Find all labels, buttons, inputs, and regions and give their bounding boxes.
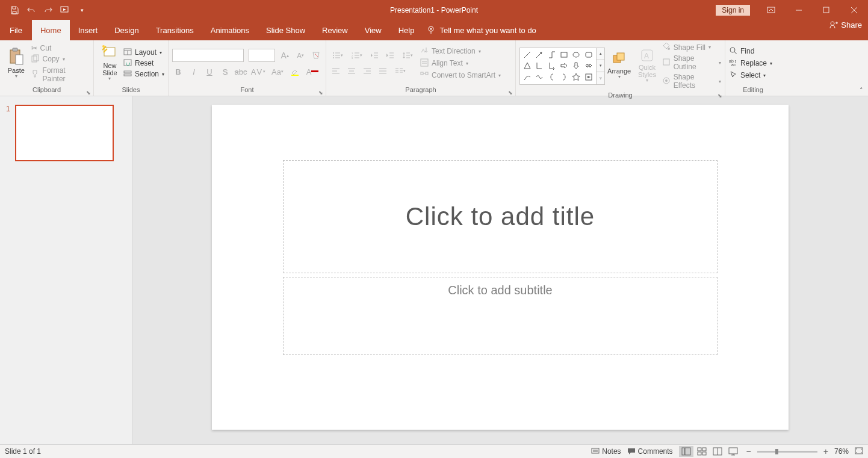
- shape-bracket-left-icon[interactable]: [546, 72, 558, 83]
- zoom-slider-thumb[interactable]: [775, 449, 778, 454]
- shape-star-icon[interactable]: [570, 72, 582, 83]
- shape-triangle-icon[interactable]: [521, 60, 533, 72]
- maximize-icon[interactable]: [813, 0, 840, 20]
- shape-outline-button[interactable]: Shape Outline▾: [662, 54, 721, 72]
- align-text-button[interactable]: Align Text▾: [420, 58, 501, 69]
- zoom-in-icon[interactable]: +: [823, 447, 828, 456]
- replace-button[interactable]: abacReplace▾: [729, 58, 772, 69]
- tab-help[interactable]: Help: [390, 20, 423, 40]
- comments-button[interactable]: Comments: [627, 447, 673, 456]
- arrange-button[interactable]: Arrange▾: [605, 46, 633, 86]
- justify-icon[interactable]: [377, 65, 389, 77]
- paragraph-dialog-launcher-icon[interactable]: ⬊: [508, 90, 513, 96]
- shape-arrowbi-icon[interactable]: [583, 60, 595, 72]
- qat-dropdown-icon[interactable]: ▾: [77, 5, 87, 15]
- strikethrough-icon[interactable]: abc: [235, 66, 247, 78]
- redo-icon[interactable]: [43, 5, 53, 15]
- align-left-icon[interactable]: [330, 65, 342, 77]
- change-case-icon[interactable]: Aa▾: [270, 66, 285, 78]
- font-highlight-icon[interactable]: [289, 66, 301, 78]
- increase-font-icon[interactable]: A▴: [279, 49, 291, 61]
- gallery-up-icon[interactable]: ▴: [597, 48, 604, 60]
- ribbon-display-options-icon[interactable]: [757, 0, 785, 20]
- zoom-out-icon[interactable]: −: [746, 447, 751, 456]
- tell-me-search[interactable]: Tell me what you want to do: [426, 20, 536, 40]
- columns-icon[interactable]: ▾: [392, 65, 408, 77]
- underline-icon[interactable]: U: [203, 66, 215, 78]
- text-direction-button[interactable]: AText Direction▾: [420, 46, 501, 57]
- tab-review[interactable]: Review: [314, 20, 356, 40]
- gallery-more-icon[interactable]: ▿: [597, 72, 604, 84]
- slide-thumbnails-panel[interactable]: 1: [0, 96, 132, 444]
- slide-canvas[interactable]: Click to add title Click to add subtitle: [212, 105, 789, 430]
- tab-home[interactable]: Home: [32, 20, 70, 40]
- line-spacing-icon[interactable]: ▾: [400, 49, 415, 61]
- shape-fill-button[interactable]: Shape Fill▾: [662, 42, 721, 53]
- format-painter-button[interactable]: Format Painter: [31, 66, 90, 84]
- section-button[interactable]: Section▾: [123, 69, 164, 79]
- tab-slideshow[interactable]: Slide Show: [258, 20, 314, 40]
- font-family-combo[interactable]: [172, 49, 244, 62]
- increase-indent-icon[interactable]: [384, 49, 396, 61]
- slide-thumbnail-1[interactable]: 1: [6, 105, 126, 161]
- shape-line-icon[interactable]: [521, 49, 533, 61]
- drawing-dialog-launcher-icon[interactable]: ⬊: [718, 93, 722, 99]
- clear-formatting-icon[interactable]: [310, 49, 322, 61]
- reading-view-icon[interactable]: [710, 446, 725, 457]
- minimize-icon[interactable]: [785, 0, 813, 20]
- quick-styles-button[interactable]: A Quick Styles▾: [633, 46, 660, 86]
- font-dialog-launcher-icon[interactable]: ⬊: [318, 90, 323, 96]
- notes-button[interactable]: Notes: [591, 447, 621, 456]
- new-slide-button[interactable]: New Slide ▾: [98, 43, 122, 83]
- slide-sorter-view-icon[interactable]: [695, 446, 709, 457]
- align-center-icon[interactable]: [346, 65, 358, 77]
- shape-arrowright-icon[interactable]: [558, 60, 570, 72]
- paste-button[interactable]: Paste ▾: [4, 43, 29, 83]
- zoom-slider[interactable]: [757, 451, 817, 453]
- select-button[interactable]: Select▾: [729, 70, 772, 81]
- clipboard-dialog-launcher-icon[interactable]: ⬊: [86, 90, 91, 96]
- shape-arrow-icon[interactable]: [533, 49, 545, 61]
- share-button[interactable]: Share: [829, 20, 862, 29]
- shapes-gallery[interactable]: [519, 48, 597, 85]
- normal-view-icon[interactable]: [679, 446, 693, 457]
- shadow-icon[interactable]: S: [219, 66, 231, 78]
- font-size-combo[interactable]: [249, 49, 275, 62]
- bold-icon[interactable]: B: [172, 66, 184, 78]
- char-spacing-icon[interactable]: AV▾: [250, 66, 266, 78]
- reset-button[interactable]: Reset: [123, 58, 164, 69]
- copy-button[interactable]: Copy▾: [31, 54, 90, 65]
- collapse-ribbon-icon[interactable]: ˄: [860, 87, 863, 94]
- shape-oval-icon[interactable]: [570, 49, 582, 61]
- slide-counter[interactable]: Slide 1 of 1: [5, 447, 591, 456]
- decrease-indent-icon[interactable]: [368, 49, 380, 61]
- tab-file[interactable]: File: [0, 20, 32, 40]
- shapes-gallery-scroll[interactable]: ▴▾▿: [597, 48, 605, 85]
- sign-in-button[interactable]: Sign in: [716, 5, 750, 16]
- gallery-down-icon[interactable]: ▾: [597, 60, 604, 72]
- bullets-icon[interactable]: ▾: [330, 49, 346, 61]
- fit-to-window-icon[interactable]: [855, 447, 863, 456]
- shape-effects-button[interactable]: Shape Effects▾: [662, 72, 721, 90]
- close-icon[interactable]: [840, 0, 868, 20]
- font-color-icon[interactable]: A: [305, 66, 320, 78]
- shape-lright-icon[interactable]: [546, 60, 558, 72]
- shape-action-icon[interactable]: [583, 72, 595, 83]
- shape-roundrect-icon[interactable]: [583, 49, 595, 61]
- subtitle-placeholder[interactable]: Click to add subtitle: [283, 277, 718, 355]
- shape-curve2-icon[interactable]: [533, 72, 545, 83]
- undo-icon[interactable]: [26, 5, 36, 15]
- layout-button[interactable]: Layout▾: [123, 48, 164, 58]
- shape-curve1-icon[interactable]: [521, 72, 533, 83]
- numbering-icon[interactable]: 123▾: [349, 49, 365, 61]
- slideshow-view-icon[interactable]: [726, 446, 740, 457]
- shape-l-icon[interactable]: [533, 60, 545, 72]
- shape-rect-icon[interactable]: [558, 49, 570, 61]
- align-right-icon[interactable]: [361, 65, 373, 77]
- shape-connector-icon[interactable]: [546, 49, 558, 61]
- tab-insert[interactable]: Insert: [70, 20, 107, 40]
- zoom-level[interactable]: 76%: [834, 447, 849, 456]
- tab-animations[interactable]: Animations: [202, 20, 258, 40]
- italic-icon[interactable]: I: [188, 66, 200, 78]
- shape-arrowdown-icon[interactable]: [570, 60, 582, 72]
